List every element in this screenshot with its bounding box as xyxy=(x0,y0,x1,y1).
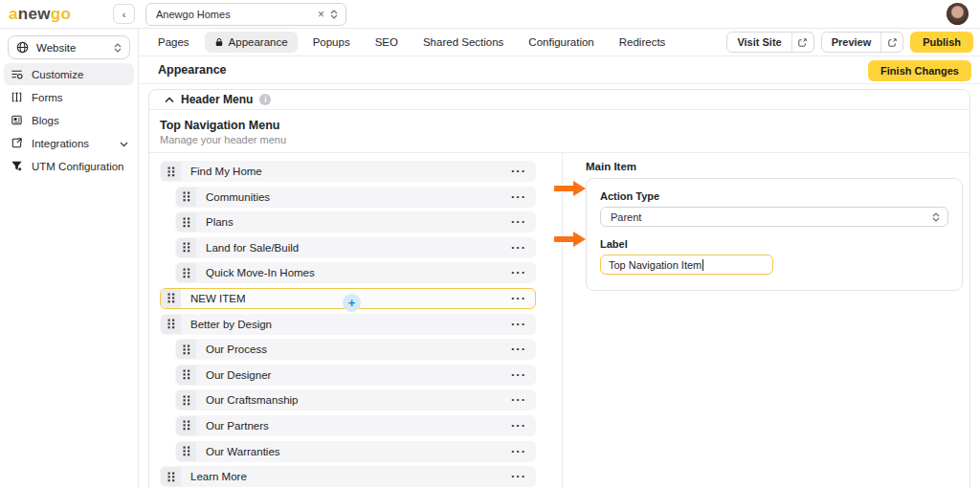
integrations-icon xyxy=(10,137,23,149)
website-select[interactable]: Website xyxy=(8,35,130,59)
more-options-button[interactable]: ··· xyxy=(511,294,535,303)
drag-handle-icon[interactable] xyxy=(176,390,196,410)
tab-pages[interactable]: Pages xyxy=(158,36,189,48)
menu-item-our-craftsmanship[interactable]: Our Craftsmanship ··· xyxy=(175,389,536,410)
topbar: anewgo ‹ Anewgo Homes × xyxy=(0,0,980,29)
main-item-panel: Main Item Action Type Parent Label xyxy=(563,153,969,488)
sidebar-item-label: Blogs xyxy=(32,115,128,126)
drag-handle-icon[interactable] xyxy=(176,188,196,207)
drag-handle-icon[interactable] xyxy=(176,238,196,257)
drag-handle-icon[interactable] xyxy=(176,340,196,359)
menu-item-plans[interactable]: Plans ··· xyxy=(175,211,536,233)
info-icon: i xyxy=(259,94,271,105)
action-type-label: Action Type xyxy=(600,190,948,202)
tab-popups[interactable]: Popups xyxy=(313,36,350,48)
main-content: Pages Appearance Popups SEO Shared Secti… xyxy=(139,29,980,488)
site-select[interactable]: Anewgo Homes × xyxy=(145,3,346,26)
finish-changes-button[interactable]: Finish Changes xyxy=(868,60,971,81)
menu-item-learn-more[interactable]: Learn More ··· xyxy=(160,466,536,487)
drag-handle-icon[interactable] xyxy=(176,416,196,435)
sidebar-item-blogs[interactable]: Blogs xyxy=(4,109,134,131)
chevron-up-icon[interactable] xyxy=(165,97,174,103)
menu-item-land-for-sale-build[interactable]: Land for Sale/Build ··· xyxy=(175,237,536,258)
drag-handle-icon[interactable] xyxy=(176,366,196,385)
menu-item-better-by-design[interactable]: Better by Design ··· xyxy=(160,314,536,335)
more-options-button[interactable]: ··· xyxy=(511,268,535,277)
drag-handle-icon[interactable] xyxy=(176,442,196,461)
tab-configuration[interactable]: Configuration xyxy=(528,36,593,48)
drag-handle-icon[interactable] xyxy=(161,467,181,486)
sidebar-item-customize[interactable]: Customize xyxy=(4,63,134,85)
more-options-button[interactable]: ··· xyxy=(511,320,535,329)
open-link-icon[interactable] xyxy=(791,33,813,52)
menu-item-quick-move-in-homes[interactable]: Quick Move-In Homes ··· xyxy=(175,262,536,283)
menu-item-communities[interactable]: Communities ··· xyxy=(175,187,536,208)
menu-item-our-designer[interactable]: Our Designer ··· xyxy=(175,365,536,386)
more-options-button[interactable]: ··· xyxy=(511,472,535,481)
more-options-button[interactable]: ··· xyxy=(511,166,535,176)
tab-redirects[interactable]: Redirects xyxy=(619,36,666,48)
menu-item-our-process[interactable]: Our Process ··· xyxy=(175,339,536,360)
app-window: anewgo ‹ Anewgo Homes × Website xyxy=(0,0,980,488)
annotation-arrow-label xyxy=(554,231,587,248)
user-avatar[interactable] xyxy=(947,3,969,25)
page-header: Appearance Finish Changes xyxy=(139,56,980,84)
sidebar-item-integrations[interactable]: Integrations xyxy=(4,132,134,154)
label-field: Label Top Navigation Item xyxy=(600,238,948,275)
label-input[interactable]: Top Navigation Item xyxy=(600,255,773,275)
menu-item-find-my-home[interactable]: Find My Home ··· xyxy=(160,161,536,182)
chevron-updown-icon xyxy=(330,10,338,19)
chevron-updown-icon xyxy=(114,43,122,53)
tab-bar: Pages Appearance Popups SEO Shared Secti… xyxy=(139,29,980,56)
section-subtitle: Manage your header menu xyxy=(160,134,959,145)
header-menu-card: Header Menu i Top Navigation Menu Manage… xyxy=(148,89,970,488)
label-label: Label xyxy=(600,238,948,250)
drag-handle-icon[interactable] xyxy=(176,263,196,282)
sidebar-collapse-button[interactable]: ‹ xyxy=(113,4,135,24)
blogs-icon xyxy=(10,114,23,126)
annotation-arrow-action-type xyxy=(554,180,587,197)
tab-appearance[interactable]: Appearance xyxy=(205,32,298,53)
action-type-select[interactable]: Parent xyxy=(600,207,948,227)
menu-item-our-partners[interactable]: Our Partners ··· xyxy=(175,415,536,436)
preview-button[interactable]: Preview xyxy=(821,32,904,53)
tab-shared-sections[interactable]: Shared Sections xyxy=(423,36,503,48)
sidebar-item-label: Integrations xyxy=(32,138,111,149)
more-options-button[interactable]: ··· xyxy=(511,370,535,380)
sidebar: Website Customize Forms Blogs xyxy=(0,29,139,488)
utm-filter-icon xyxy=(10,160,23,172)
main-item-title: Main Item xyxy=(586,161,963,172)
tab-actions: Visit Site Preview Publish xyxy=(726,32,973,53)
card-header[interactable]: Header Menu i xyxy=(149,90,969,110)
visit-site-button[interactable]: Visit Site xyxy=(726,32,813,53)
more-options-button[interactable]: ··· xyxy=(511,217,535,227)
drag-handle-icon[interactable] xyxy=(161,289,181,308)
sidebar-item-utm-configuration[interactable]: UTM Configuration xyxy=(4,155,134,177)
lock-icon xyxy=(214,37,224,47)
more-options-button[interactable]: ··· xyxy=(511,344,535,354)
menu-item-our-warranties[interactable]: Our Warranties ··· xyxy=(175,441,536,462)
more-options-button[interactable]: ··· xyxy=(511,421,535,431)
section-header: Top Navigation Menu Manage your header m… xyxy=(149,110,969,153)
clear-icon[interactable]: × xyxy=(318,8,324,21)
sidebar-item-forms[interactable]: Forms xyxy=(4,86,134,108)
more-options-button[interactable]: ··· xyxy=(511,192,535,202)
drag-handle-icon[interactable] xyxy=(161,162,181,181)
drag-handle-icon[interactable] xyxy=(176,212,196,232)
chevron-updown-icon xyxy=(932,212,940,222)
drag-handle-icon[interactable] xyxy=(161,315,181,334)
add-menu-item-button[interactable]: + xyxy=(343,294,361,312)
publish-button[interactable]: Publish xyxy=(910,32,973,53)
more-options-button[interactable]: ··· xyxy=(511,395,535,405)
action-type-value: Parent xyxy=(611,211,932,223)
sidebar-item-label: UTM Configuration xyxy=(32,161,128,172)
tab-seo[interactable]: SEO xyxy=(375,36,398,48)
sliders-icon xyxy=(10,68,23,80)
website-select-value: Website xyxy=(36,42,114,54)
text-caret xyxy=(702,259,703,271)
globe-icon xyxy=(16,41,29,54)
more-options-button[interactable]: ··· xyxy=(511,243,535,253)
more-options-button[interactable]: ··· xyxy=(511,447,535,456)
anewgo-logo: anewgo xyxy=(9,5,71,24)
open-link-icon[interactable] xyxy=(880,33,902,52)
